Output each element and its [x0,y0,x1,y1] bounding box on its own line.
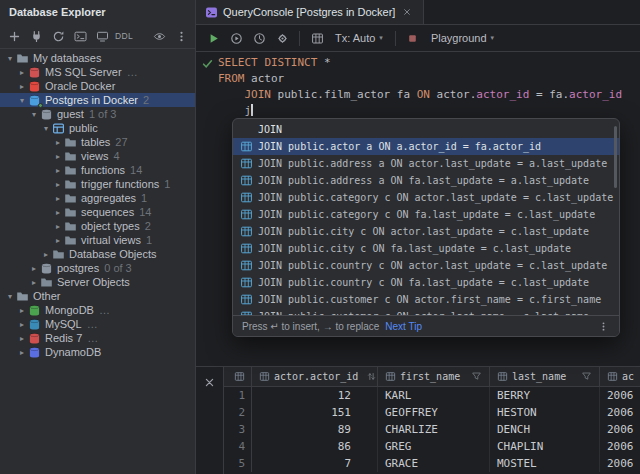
tree-item-public[interactable]: ▾public [0,121,195,135]
table-cell[interactable]: KARL [378,387,490,404]
chevron-down-icon[interactable]: ▾ [4,292,16,301]
tree-item-other[interactable]: ▾Other [0,289,195,303]
table-cell[interactable]: GREG [378,438,490,455]
output-grid-icon[interactable] [307,28,327,48]
tree-item-trigger-functions[interactable]: ▸trigger functions1 [0,177,195,191]
column-header-first-name[interactable]: first_name [378,367,490,386]
close-results-icon[interactable] [200,372,220,392]
popup-scrollbar[interactable] [614,126,617,188]
tree-item-functions[interactable]: ▸functions14 [0,163,195,177]
table-cell[interactable]: 2006 [600,421,640,438]
chevron-right-icon[interactable]: ▸ [52,222,64,231]
chevron-down-icon[interactable]: ▾ [28,110,40,119]
chevron-right-icon[interactable]: ▸ [16,320,28,329]
add-datasource-icon[interactable] [4,26,24,46]
editor-line[interactable]: SELECT DISTINCT * [196,55,640,71]
table-row[interactable]: 57GRACEMOSTEL2006 [224,455,640,472]
chevron-right-icon[interactable]: ▸ [52,208,64,217]
completion-item[interactable]: JOIN [233,121,619,138]
chevron-right-icon[interactable]: ▸ [16,306,28,315]
tree-item-redis-7[interactable]: ▸Redis 7… [0,331,195,345]
completion-item[interactable]: JOIN public.city c ON fa.last_update = c… [233,240,619,257]
tree-item-oracle-docker[interactable]: ▸Oracle Docker [0,79,195,93]
tree-item-sequences[interactable]: ▸sequences14 [0,205,195,219]
chevron-right-icon[interactable]: ▸ [52,194,64,203]
tree-item-mongodb[interactable]: ▸MongoDB… [0,303,195,317]
tree-item-tables[interactable]: ▸tables27 [0,135,195,149]
table-cell[interactable]: 2006 [600,455,640,472]
table-row[interactable]: 486GREGCHAPLIN2006 [224,438,640,455]
editor-line[interactable]: FROM actor [196,71,640,87]
refresh-icon[interactable] [48,26,68,46]
tree-item-dynamodb[interactable]: ▸DynamoDB [0,345,195,359]
tree-item-guest[interactable]: ▾guest1 of 3 [0,107,195,121]
stop-icon[interactable] [403,28,423,48]
select-all-corner[interactable] [224,367,252,386]
completion-item[interactable]: JOIN public.category c ON actor.last_upd… [233,189,619,206]
table-cell[interactable]: 89 [252,421,378,438]
tree-item-virtual-views[interactable]: ▸virtual views1 [0,233,195,247]
table-cell[interactable]: GRACE [378,455,490,472]
more-icon[interactable] [171,26,191,46]
tree-item-mysql[interactable]: ▸MySQL… [0,317,195,331]
editor-line[interactable]: j [196,103,640,119]
table-cell[interactable]: 2006 [600,387,640,404]
settings-icon[interactable] [272,28,292,48]
table-cell[interactable]: CHARLIZE [378,421,490,438]
sort-icon[interactable] [366,371,377,382]
popup-menu-icon[interactable] [596,319,610,333]
chevron-right-icon[interactable]: ▸ [16,68,28,77]
chevron-right-icon[interactable]: ▸ [40,250,52,259]
tab-close-icon[interactable] [400,5,414,19]
chevron-down-icon[interactable]: ▾ [4,54,16,63]
chevron-right-icon[interactable]: ▸ [16,334,28,343]
ddl-icon[interactable]: DDL [114,26,134,46]
filter-icon[interactable] [581,371,592,382]
tree-item-server-objects[interactable]: ▸Server Objects [0,275,195,289]
tree-item-object-types[interactable]: ▸object types2 [0,219,195,233]
completion-item[interactable]: JOIN public.category c ON fa.last_update… [233,206,619,223]
tree-item-views[interactable]: ▸views4 [0,149,195,163]
table-cell[interactable]: 7 [252,455,378,472]
eye-icon[interactable] [149,26,169,46]
completion-item[interactable]: JOIN public.address a ON actor.last_upda… [233,155,619,172]
plug-icon[interactable] [26,26,46,46]
table-cell[interactable]: 2006 [600,438,640,455]
playground-selector[interactable]: Playground▾ [426,30,499,46]
ddl-preview-icon[interactable] [92,26,112,46]
chevron-down-icon[interactable]: ▾ [40,124,52,133]
completion-item[interactable]: JOIN public.address a ON fa.last_update … [233,172,619,189]
table-cell[interactable]: BERRY [490,387,600,404]
table-cell[interactable]: 86 [252,438,378,455]
chevron-right-icon[interactable]: ▸ [16,82,28,91]
table-cell[interactable]: HESTON [490,404,600,421]
filter-icon[interactable] [471,371,482,382]
table-cell[interactable]: GEOFFREY [378,404,490,421]
chevron-right-icon[interactable]: ▸ [28,278,40,287]
tree-item-database-objects[interactable]: ▸Database Objects [0,247,195,261]
completion-item[interactable]: JOIN public.city c ON actor.last_update … [233,223,619,240]
tree-item-ms-sql-server[interactable]: ▸MS SQL Server… [0,65,195,79]
table-cell[interactable]: 151 [252,404,378,421]
tree-item-postgres[interactable]: ▸postgres0 of 3 [0,261,195,275]
completion-item[interactable]: JOIN public.actor a ON a.actor_id = fa.a… [233,138,619,155]
chevron-right-icon[interactable]: ▸ [16,348,28,357]
table-cell[interactable]: CHAPLIN [490,438,600,455]
chevron-right-icon[interactable]: ▸ [28,264,40,273]
table-cell[interactable]: MOSTEL [490,455,600,472]
completion-item[interactable]: JOIN public.customer c ON actor.last_nam… [233,308,619,315]
history-icon[interactable] [249,28,269,48]
column-header-last-name[interactable]: last_name [490,367,600,386]
chevron-right-icon[interactable]: ▸ [52,138,64,147]
chevron-right-icon[interactable]: ▸ [52,236,64,245]
run-icon[interactable] [203,28,223,48]
chevron-down-icon[interactable]: ▾ [16,96,28,105]
chevron-right-icon[interactable]: ▸ [52,180,64,189]
table-row[interactable]: 389CHARLIZEDENCH2006 [224,421,640,438]
completion-item[interactable]: JOIN public.customer c ON actor.first_na… [233,291,619,308]
table-row[interactable]: 2151GEOFFREYHESTON2006 [224,404,640,421]
tree-item-aggregates[interactable]: ▸aggregates1 [0,191,195,205]
table-row[interactable]: 112KARLBERRY2006 [224,387,640,404]
chevron-right-icon[interactable]: ▸ [52,152,64,161]
completion-item[interactable]: JOIN public.country c ON fa.last_update … [233,274,619,291]
